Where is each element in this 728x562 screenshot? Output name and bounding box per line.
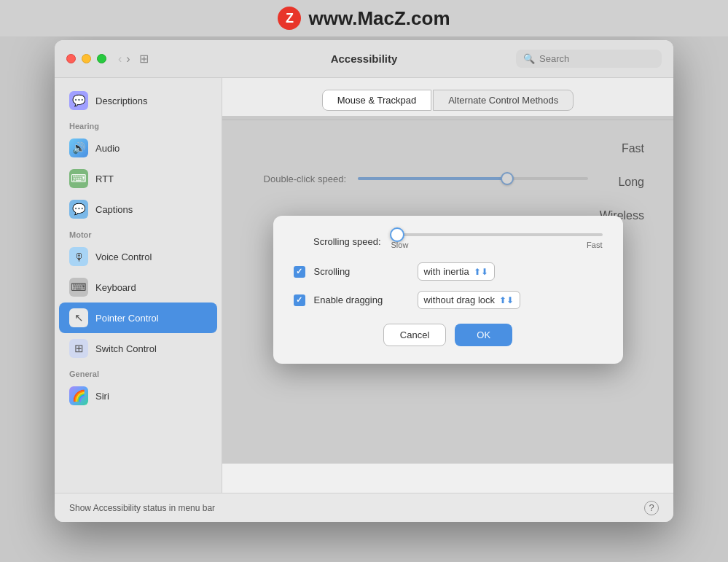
sidebar-item-rtt[interactable]: ⌨ RTT xyxy=(59,163,217,194)
scrolling-check-label: Scrolling xyxy=(314,266,409,277)
enable-dragging-checkbox[interactable]: ✓ xyxy=(294,294,305,306)
scrolling-checkbox[interactable]: ✓ xyxy=(294,266,305,278)
sidebar-item-label-voice-control: Voice Control xyxy=(95,251,152,262)
switch-control-icon: ⊞ xyxy=(69,339,88,358)
scrolling-chevrons-icon: ⬆⬇ xyxy=(474,267,488,277)
main-panel: Mouse & Trackpad Alternate Control Metho… xyxy=(222,78,673,493)
modal-overlay: Scrolling speed: Slow Fast xyxy=(222,116,673,464)
title-bar: ‹ › ⊞ Accessibility 🔍 xyxy=(55,40,673,78)
sidebar-item-label-rtt: RTT xyxy=(95,173,114,184)
sidebar-item-label-switch-control: Switch Control xyxy=(95,343,157,354)
slider-labels: Slow Fast xyxy=(391,241,603,249)
watermark-logo: Z xyxy=(278,7,301,30)
cancel-button[interactable]: Cancel xyxy=(383,324,446,346)
section-hearing: Hearing xyxy=(55,116,222,133)
enable-dragging-label: Enable dragging xyxy=(314,294,409,305)
dragging-dropdown[interactable]: without drag lock ⬆⬇ xyxy=(418,291,521,309)
dialog: Scrolling speed: Slow Fast xyxy=(273,216,623,364)
descriptions-icon: 💬 xyxy=(69,91,88,110)
search-icon: 🔍 xyxy=(523,53,535,64)
sidebar-item-siri[interactable]: 🌈 Siri xyxy=(59,380,217,411)
tab-mouse-trackpad[interactable]: Mouse & Trackpad xyxy=(322,90,431,111)
slow-label: Slow xyxy=(391,241,409,249)
status-bar: Show Accessibility status in menu bar ? xyxy=(55,493,673,522)
help-button[interactable]: ? xyxy=(644,501,659,515)
sidebar-item-label-descriptions: Descriptions xyxy=(95,95,148,106)
dragging-option-label: without drag lock xyxy=(424,294,496,305)
sidebar-item-label-siri: Siri xyxy=(95,391,109,402)
scrolling-speed-label: Scrolling speed: xyxy=(294,236,381,247)
dragging-checkbox-check-icon: ✓ xyxy=(296,295,302,305)
search-bar[interactable]: 🔍 xyxy=(516,50,662,68)
tab-alternate-control[interactable]: Alternate Control Methods xyxy=(433,90,574,111)
keyboard-icon: ⌨ xyxy=(69,278,88,297)
sidebar-item-switch-control[interactable]: ⊞ Switch Control xyxy=(59,333,217,364)
sidebar: 💬 Descriptions Hearing 🔊 Audio ⌨ RTT 💬 C… xyxy=(55,78,222,493)
close-button[interactable] xyxy=(66,54,76,63)
sidebar-item-label-pointer-control: Pointer Control xyxy=(95,313,159,324)
status-text: Show Accessibility status in menu bar xyxy=(69,503,215,513)
siri-icon: 🌈 xyxy=(69,386,88,405)
scrolling-dropdown[interactable]: with inertia ⬆⬇ xyxy=(418,262,495,281)
checkbox-check-icon: ✓ xyxy=(296,267,302,276)
sidebar-item-keyboard[interactable]: ⌨ Keyboard xyxy=(59,272,217,303)
maximize-button[interactable] xyxy=(97,54,106,63)
search-input[interactable] xyxy=(539,53,641,64)
scrolling-option-label: with inertia xyxy=(424,266,469,277)
voice-control-icon: 🎙 xyxy=(69,247,88,266)
scrolling-speed-slider-wrap: Slow Fast xyxy=(391,233,603,249)
slider-thumb xyxy=(390,227,404,242)
sidebar-item-descriptions[interactable]: 💬 Descriptions xyxy=(59,85,217,116)
rtt-icon: ⌨ xyxy=(69,169,88,188)
grid-icon[interactable]: ⊞ xyxy=(139,52,149,66)
sidebar-item-label-audio: Audio xyxy=(95,143,120,154)
sidebar-item-pointer-control[interactable]: ↖ Pointer Control xyxy=(59,303,217,333)
window-title: Accessibility xyxy=(331,52,398,65)
nav-arrows: ‹ › xyxy=(118,52,130,66)
mac-window: ‹ › ⊞ Accessibility 🔍 💬 Descriptions Hea… xyxy=(55,40,673,522)
audio-icon: 🔊 xyxy=(69,138,88,157)
minimize-button[interactable] xyxy=(82,54,91,63)
sidebar-item-voice-control[interactable]: 🎙 Voice Control xyxy=(59,241,217,272)
back-arrow[interactable]: ‹ xyxy=(118,52,122,66)
section-general: General xyxy=(55,364,222,380)
scrolling-check-row: ✓ Scrolling with inertia ⬆⬇ xyxy=(294,262,603,281)
sidebar-item-label-keyboard: Keyboard xyxy=(95,282,136,293)
scrolling-speed-slider[interactable] xyxy=(391,233,603,236)
enable-dragging-check-row: ✓ Enable dragging without drag lock ⬆⬇ xyxy=(294,291,603,309)
watermark-bar: Z www.MacZ.com xyxy=(0,0,728,36)
dragging-chevrons-icon: ⬆⬇ xyxy=(499,295,514,305)
fast-label: Fast xyxy=(587,241,602,249)
scrolling-speed-row: Scrolling speed: Slow Fast xyxy=(294,233,603,249)
pointer-control-icon: ↖ xyxy=(69,308,88,327)
captions-icon: 💬 xyxy=(69,200,88,219)
watermark-text: www.MacZ.com xyxy=(308,7,450,30)
forward-arrow[interactable]: › xyxy=(126,52,130,66)
sidebar-item-audio[interactable]: 🔊 Audio xyxy=(59,133,217,163)
traffic-lights xyxy=(66,54,106,63)
section-motor: Motor xyxy=(55,225,222,241)
dialog-buttons: Cancel OK xyxy=(294,324,603,346)
content-area: 💬 Descriptions Hearing 🔊 Audio ⌨ RTT 💬 C… xyxy=(55,78,673,493)
sidebar-item-label-captions: Captions xyxy=(95,204,133,215)
tab-bar: Mouse & Trackpad Alternate Control Metho… xyxy=(222,78,673,120)
sidebar-item-captions[interactable]: 💬 Captions xyxy=(59,194,217,225)
ok-button[interactable]: OK xyxy=(455,324,512,346)
